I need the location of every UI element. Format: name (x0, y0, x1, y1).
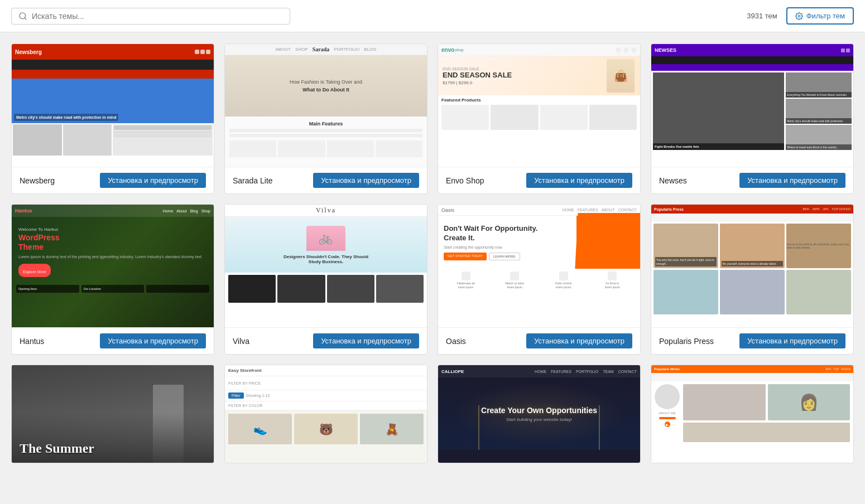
install-button-envo[interactable]: Установка и предпросмотр (526, 173, 632, 188)
theme-card-calliope: CALLIOPE HOME FEATURES PORTFOLIO TEAM CO… (438, 365, 641, 463)
theme-count: 3931 тем (747, 12, 777, 20)
theme-card-oasis: Oasis HOME FEATURES ABOUT CONTACT Don't … (438, 204, 641, 355)
theme-preview-hantus: Hantus Home About Blog Shop Welcome To H… (12, 205, 214, 327)
theme-name-envo: Envo Shop (446, 176, 484, 185)
theme-preview-oasis: Oasis HOME FEATURES ABOUT CONTACT Don't … (438, 205, 640, 327)
theme-preview-sarada: ABOUT SHOP Sarada PORTFOLIO BLOG How Fas… (225, 44, 427, 167)
theme-footer-vilva: Vilva Установка и предпросмотр (225, 327, 427, 354)
install-button-newses[interactable]: Установка и предпросмотр (739, 173, 845, 188)
theme-card-popularis: Popularis Press BPA NPR API TOP RATED Yo… (651, 204, 854, 355)
install-button-vilva[interactable]: Установка и предпросмотр (313, 333, 419, 348)
install-button-newsberg[interactable]: Установка и предпросмотр (100, 173, 206, 188)
theme-preview-newsberg: Newsberg Metro city's should make road w… (12, 44, 214, 167)
theme-card-easy: Easy Storefront FILTER BY PRICE Filter S… (224, 365, 427, 463)
theme-footer-envo: Envo Shop Установка и предпросмотр (438, 167, 640, 193)
svg-line-1 (25, 18, 26, 20)
theme-footer-sarada: Sarada Lite Установка и предпросмотр (225, 167, 427, 193)
theme-name-newsberg: Newsberg (20, 176, 55, 185)
theme-name-vilva: Vilva (233, 337, 249, 346)
theme-name-oasis: Oasis (446, 337, 466, 346)
theme-preview-popularis: Popularis Press BPA NPR API TOP RATED Yo… (651, 205, 853, 327)
theme-card-writer: Popularis Writer BPA TOP RATED ABOUT ME … (651, 365, 854, 463)
search-input[interactable] (32, 12, 283, 21)
theme-preview-calliope: CALLIOPE HOME FEATURES PORTFOLIO TEAM CO… (438, 365, 640, 463)
filter-button[interactable]: Фильтр тем (786, 7, 854, 25)
search-wrapper[interactable] (11, 8, 290, 25)
gear-icon (795, 12, 803, 20)
theme-preview-easy: Easy Storefront FILTER BY PRICE Filter S… (225, 365, 427, 463)
theme-card-vilva: Vilva 🚲 Designers Shouldn't Code. They S… (224, 204, 427, 355)
filter-label: Фильтр тем (806, 12, 845, 20)
theme-preview-writer: Popularis Writer BPA TOP RATED ABOUT ME … (651, 365, 853, 463)
theme-footer-oasis: Oasis Установка и предпросмотр (438, 327, 640, 354)
themes-grid: Newsberg Metro city's should make road w… (0, 32, 865, 474)
theme-preview-summer: The Summer (12, 365, 214, 463)
header-right: 3931 тем Фильтр тем (747, 7, 854, 25)
nb-logo: Newsberg (15, 49, 42, 55)
theme-card-summer: The Summer (11, 365, 214, 463)
theme-footer-newsberg: Newsberg Установка и предпросмотр (12, 167, 214, 193)
theme-name-sarada: Sarada Lite (233, 176, 273, 185)
theme-footer-newses: Newses Установка и предпросмотр (651, 167, 853, 193)
theme-name-hantus: Hantus (20, 337, 44, 346)
theme-card-sarada: ABOUT SHOP Sarada PORTFOLIO BLOG How Fas… (224, 43, 427, 194)
install-button-oasis[interactable]: Установка и предпросмотр (526, 333, 632, 348)
theme-footer-hantus: Hantus Установка и предпросмотр (12, 327, 214, 354)
install-button-hantus[interactable]: Установка и предпросмотр (100, 333, 206, 348)
search-icon (18, 12, 27, 21)
theme-name-popularis: Popularis Press (659, 337, 714, 346)
site-header: 3931 тем Фильтр тем (0, 0, 865, 32)
theme-card-newses: NEWSES Fight Breaks Out mattis feis Ever… (651, 43, 854, 194)
theme-preview-envo: envo shop END SEASON SALE END SEASON SAL… (438, 44, 640, 167)
install-button-sarada[interactable]: Установка и предпросмотр (313, 173, 419, 188)
summer-title: The Summer (20, 441, 94, 456)
theme-card-envo: envo shop END SEASON SALE END SEASON SAL… (438, 43, 641, 194)
theme-name-newses: Newses (659, 176, 687, 185)
theme-preview-newses: NEWSES Fight Breaks Out mattis feis Ever… (651, 44, 853, 167)
svg-point-2 (798, 15, 800, 17)
theme-footer-popularis: Popularis Press Установка и предпросмотр (651, 327, 853, 354)
theme-card-hantus: Hantus Home About Blog Shop Welcome To H… (11, 204, 214, 355)
theme-card-newsberg: Newsberg Metro city's should make road w… (11, 43, 214, 194)
install-button-popularis[interactable]: Установка и предпросмотр (739, 333, 845, 348)
theme-preview-vilva: Vilva 🚲 Designers Shouldn't Code. They S… (225, 205, 427, 327)
